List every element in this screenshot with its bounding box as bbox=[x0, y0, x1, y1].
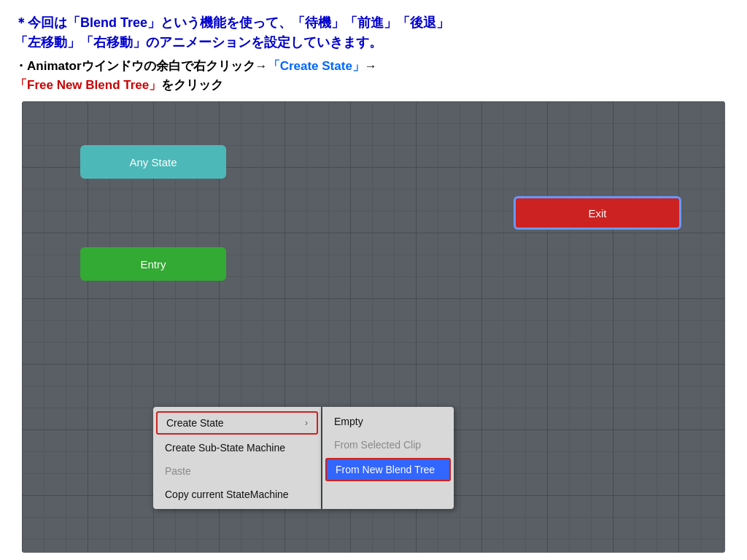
page-container: ＊今回は「Blend Tree」という機能を使って、「待機」「前進」「後退」 「… bbox=[0, 0, 747, 560]
menu-item-from-selected-clip[interactable]: From Selected Clip bbox=[322, 433, 454, 456]
context-menu-right: Empty From Selected Clip From New Blend … bbox=[322, 407, 454, 509]
menu-item-copy-current[interactable]: Copy current StateMachine bbox=[153, 483, 321, 506]
paste-label: Paste bbox=[165, 465, 191, 477]
arrow-text: → bbox=[365, 59, 377, 73]
create-state-label: 「Create State」 bbox=[268, 59, 365, 73]
menu-item-create-state[interactable]: Create State › bbox=[156, 411, 318, 435]
entry-node[interactable]: Entry bbox=[80, 247, 226, 281]
bullet-prefix: ・Animatorウインドウの余白で右クリック→ bbox=[15, 59, 268, 73]
header-line1: ＊今回は「Blend Tree」という機能を使って、「待機」「前進」「後退」 bbox=[15, 15, 449, 30]
exit-node[interactable]: Exit bbox=[514, 196, 681, 230]
from-selected-clip-label: From Selected Clip bbox=[334, 439, 421, 451]
submenu-arrow-icon: › bbox=[305, 418, 308, 428]
click-text: をクリック bbox=[161, 78, 223, 92]
exit-label: Exit bbox=[588, 207, 606, 219]
animator-window: Any State Exit Entry Create State › Crea… bbox=[22, 101, 725, 553]
header-line2: 「左移動」「右移動」のアニメーションを設定していきます。 bbox=[15, 35, 382, 50]
create-state-menu-label: Create State bbox=[166, 417, 224, 429]
from-new-blend-tree-label: From New Blend Tree bbox=[336, 464, 435, 475]
entry-label: Entry bbox=[140, 258, 166, 271]
any-state-label: Any State bbox=[129, 156, 177, 168]
context-menu: Create State › Create Sub-State Machine … bbox=[153, 407, 454, 509]
context-menu-left: Create State › Create Sub-State Machine … bbox=[153, 407, 321, 509]
menu-item-paste[interactable]: Paste bbox=[153, 459, 321, 483]
empty-label: Empty bbox=[334, 416, 363, 427]
menu-item-create-sub-state[interactable]: Create Sub-State Machine bbox=[153, 436, 321, 459]
menu-item-empty[interactable]: Empty bbox=[322, 410, 454, 433]
create-sub-state-label: Create Sub-State Machine bbox=[165, 442, 285, 454]
sub-text-block: ・Animatorウインドウの余白で右クリック→「Create State」→ … bbox=[15, 57, 732, 94]
menu-item-from-new-blend-tree[interactable]: From New Blend Tree bbox=[325, 458, 451, 481]
copy-current-label: Copy current StateMachine bbox=[165, 489, 289, 500]
any-state-node[interactable]: Any State bbox=[80, 145, 226, 179]
header-text-block: ＊今回は「Blend Tree」という機能を使って、「待機」「前進」「後退」 「… bbox=[15, 13, 732, 52]
free-blend-label: 「Free New Blend Tree」 bbox=[15, 78, 161, 92]
